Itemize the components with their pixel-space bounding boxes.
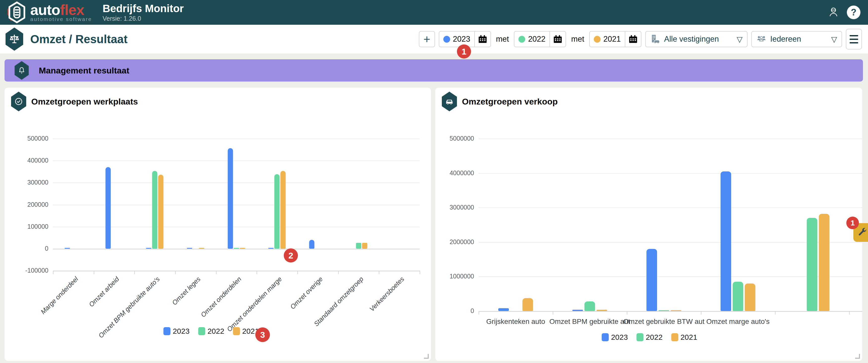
- y-axis-label: 2000000: [435, 238, 474, 246]
- y-axis-label: 100000: [6, 223, 49, 230]
- axis-tick: [849, 311, 849, 314]
- bar-group: [105, 139, 123, 249]
- annotation-badge-3: 3: [255, 327, 270, 342]
- year-picker-2022[interactable]: 2022: [514, 31, 566, 47]
- menu-button[interactable]: [846, 29, 862, 50]
- branch-filter-dropdown[interactable]: Alle vestigingen ▽: [645, 31, 747, 47]
- legend-item[interactable]: 2023: [163, 327, 189, 335]
- year-picker-2023-value[interactable]: 2023: [439, 32, 474, 47]
- calendar-icon[interactable]: [625, 32, 641, 47]
- x-axis-label: Omzet leges: [170, 275, 202, 307]
- bar-2021: [199, 248, 205, 249]
- chart-werkplaats: 5000004000003000002000001000000-100000Ma…: [4, 88, 431, 361]
- app-title: Bedrijfs Monitor: [102, 3, 184, 15]
- chart-card-werkplaats: Omzetgroepen werkplaats 5000004000003000…: [4, 88, 431, 361]
- axis-tick: [298, 271, 298, 274]
- bar-group: [647, 139, 681, 311]
- x-axis-label: Omzet overige: [288, 275, 324, 311]
- axis-tick: [94, 271, 94, 274]
- bar-group: [187, 139, 205, 249]
- x-axis-label: Marge onderdeel: [39, 275, 80, 316]
- axis-tick: [53, 271, 54, 274]
- year-picker-2022-value[interactable]: 2022: [515, 32, 550, 47]
- axis-tick: [478, 311, 479, 314]
- bar-2021: [819, 214, 830, 311]
- bar-2023: [105, 167, 111, 249]
- x-axis-label: Verkeersboetes: [368, 275, 406, 313]
- management-result-banner[interactable]: Management resultaat: [4, 59, 863, 82]
- year-2022-label: 2022: [528, 35, 546, 44]
- legend-item[interactable]: 2022: [637, 333, 662, 341]
- calendar-icon[interactable]: [474, 32, 491, 47]
- user-icon[interactable]: [828, 6, 839, 19]
- y-axis-label: 5000000: [435, 135, 474, 142]
- legend-label: 2021: [681, 333, 698, 341]
- chevron-down-icon: ▽: [737, 35, 743, 44]
- bar-group: [269, 139, 286, 249]
- bar-2023: [228, 148, 233, 249]
- year-2022-color-dot: [519, 36, 525, 43]
- axis-tick: [553, 311, 553, 314]
- axis-tick: [420, 271, 420, 274]
- year-picker-2021[interactable]: 2021: [589, 31, 642, 47]
- bar-2021: [240, 248, 245, 249]
- legend-label: 2022: [208, 327, 224, 335]
- chevron-down-icon: ▽: [831, 35, 837, 44]
- bar-group: [350, 139, 368, 249]
- axis-tick: [134, 271, 135, 274]
- year-picker-2021-value[interactable]: 2021: [590, 32, 625, 47]
- axis-tick: [379, 271, 379, 274]
- autoflex-logo-icon: [7, 1, 26, 23]
- y-axis-label: 300000: [6, 179, 49, 186]
- legend-swatch: [233, 327, 240, 335]
- scale-icon: [5, 28, 23, 51]
- legend-item[interactable]: 2022: [198, 327, 224, 335]
- bar-2021: [671, 310, 681, 311]
- bar-group: [720, 139, 755, 311]
- resize-handle[interactable]: [855, 354, 860, 359]
- year-2021-color-dot: [594, 36, 600, 43]
- brand-text: autoflex automotive software: [30, 2, 92, 22]
- x-axis-label: Omzet gebruikte BTW aut: [623, 317, 705, 326]
- bar-group: [391, 139, 408, 249]
- year-2023-label: 2023: [453, 35, 470, 44]
- axis-tick: [627, 311, 627, 314]
- x-axis-label: Grijskenteken auto: [486, 317, 545, 326]
- people-filter-dropdown[interactable]: Iedereen ▽: [751, 31, 842, 47]
- bar-2023: [720, 171, 731, 311]
- app-title-block: Bedrijfs Monitor Versie: 1.26.0: [102, 3, 184, 22]
- year-2021-label: 2021: [603, 35, 621, 44]
- calendar-icon[interactable]: [550, 32, 565, 47]
- help-icon[interactable]: ?: [847, 5, 861, 19]
- axis-tick: [775, 311, 775, 314]
- chart-legend: 202320222021: [601, 333, 697, 341]
- bar-2022: [733, 282, 743, 311]
- bar-2023: [187, 248, 192, 249]
- y-axis-label: -100000: [6, 267, 49, 274]
- resize-handle[interactable]: [424, 354, 429, 359]
- legend-item[interactable]: 2023: [601, 333, 628, 341]
- legend-swatch: [163, 327, 170, 335]
- bell-icon: [14, 61, 29, 80]
- wrench-notification-badge: 1: [846, 217, 859, 229]
- legend-item[interactable]: 2021: [671, 333, 698, 341]
- x-axis-label: Omzet BPM gebruikte aut: [550, 317, 630, 326]
- y-axis-label: 400000: [6, 157, 49, 164]
- bar-2023: [647, 249, 657, 311]
- bar-2023: [65, 248, 70, 249]
- add-year-button[interactable]: +: [419, 31, 435, 47]
- y-axis-label: 0: [435, 307, 474, 314]
- met-label: met: [496, 35, 509, 44]
- bar-group: [795, 139, 830, 311]
- people-filter-value: Iedereen: [770, 35, 801, 44]
- axis-tick: [175, 271, 176, 274]
- y-axis-label: 3000000: [435, 204, 474, 211]
- bar-2021: [523, 298, 533, 311]
- bar-2023: [309, 240, 314, 249]
- y-axis-label: 4000000: [435, 169, 474, 177]
- chart-verkoop: 500000040000003000000200000010000000Grij…: [435, 88, 862, 361]
- bar-2021: [158, 175, 163, 249]
- bar-2022: [152, 171, 157, 249]
- annotation-badge-2: 2: [284, 248, 298, 262]
- menu-icon: [849, 35, 858, 36]
